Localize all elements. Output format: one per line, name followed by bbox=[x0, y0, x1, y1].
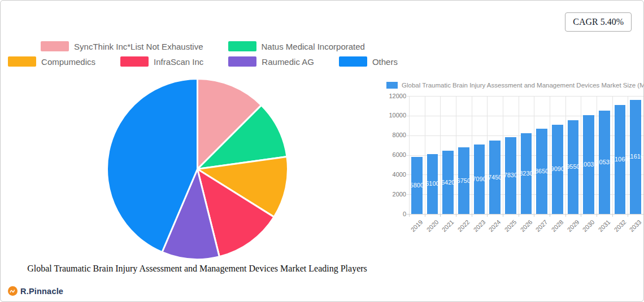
x-tick-label: 2022 bbox=[456, 218, 471, 233]
legend-row: SyncThink Inc*List Not ExhaustiveNatus M… bbox=[12, 41, 394, 51]
x-axis-tick bbox=[409, 214, 410, 217]
gridline-vertical bbox=[581, 96, 581, 214]
legend-label: SyncThink Inc*List Not Exhaustive bbox=[74, 42, 203, 51]
x-axis-tick bbox=[581, 214, 581, 217]
bar-plot-area[interactable]: 5800610064206750709074507830823086509090… bbox=[409, 96, 643, 214]
bar[interactable] bbox=[521, 133, 532, 214]
legend-label: InfraScan Inc bbox=[154, 57, 203, 67]
legend-label: Natus Medical Incorporated bbox=[262, 42, 365, 51]
x-axis-tick bbox=[425, 214, 425, 217]
legend-swatch bbox=[228, 56, 256, 67]
legend-label: Others bbox=[372, 57, 398, 67]
gridline-vertical bbox=[487, 96, 488, 214]
bar[interactable] bbox=[442, 151, 454, 214]
x-axis-tick bbox=[565, 214, 566, 217]
legend-item[interactable]: SyncThink Inc*List Not Exhaustive bbox=[41, 41, 203, 51]
gridline-vertical bbox=[472, 96, 472, 214]
x-axis-tick bbox=[487, 214, 488, 217]
gridline-vertical bbox=[550, 96, 550, 214]
x-tick-label: 2021 bbox=[441, 218, 455, 233]
x-axis-tick bbox=[519, 214, 519, 217]
legend-item[interactable]: Compumedics bbox=[8, 56, 95, 67]
gridline-horizontal bbox=[406, 96, 643, 97]
bar[interactable] bbox=[536, 129, 547, 214]
gridline-vertical bbox=[425, 96, 425, 214]
x-axis-tick bbox=[456, 214, 456, 217]
x-tick-label: 2030 bbox=[581, 218, 596, 233]
y-tick-label: 2000 bbox=[382, 191, 406, 198]
legend-row: CompumedicsInfraScan IncRaumedic AGOther… bbox=[12, 56, 394, 67]
bar[interactable] bbox=[427, 154, 438, 214]
y-tick-label: 6000 bbox=[382, 151, 406, 158]
bar[interactable] bbox=[474, 145, 485, 215]
legend-item[interactable]: Natus Medical Incorporated bbox=[228, 41, 365, 51]
y-tick-label: 8000 bbox=[382, 132, 406, 138]
x-tick-label: 2020 bbox=[425, 218, 440, 233]
legend-swatch bbox=[228, 41, 256, 51]
legend-item[interactable]: Others bbox=[339, 56, 398, 67]
legend-swatch bbox=[339, 56, 367, 67]
gridline-vertical bbox=[503, 96, 503, 214]
x-axis-tick bbox=[628, 214, 628, 217]
r-pinnacle-logo-icon bbox=[8, 286, 18, 296]
x-tick-label: 2033 bbox=[628, 218, 643, 233]
x-tick-label: 2024 bbox=[488, 218, 502, 233]
legend-label: Compumedics bbox=[41, 57, 95, 67]
bar[interactable] bbox=[489, 141, 501, 214]
y-tick-label: 4000 bbox=[382, 171, 406, 178]
bar[interactable] bbox=[411, 157, 423, 214]
report-card: CAGR 5.40% SyncThink Inc*List Not Exhaus… bbox=[0, 0, 644, 302]
bar-chart[interactable]: Global Traumatic Brain Injury Assessment… bbox=[382, 82, 644, 243]
gridline-vertical bbox=[534, 96, 534, 214]
y-tick-label: 0 bbox=[382, 211, 406, 217]
y-axis: 020004000600080001000012000 bbox=[382, 82, 406, 217]
bar[interactable] bbox=[630, 100, 641, 214]
x-tick-label: 2031 bbox=[597, 218, 611, 233]
bar[interactable] bbox=[583, 115, 594, 214]
gridline-vertical bbox=[597, 96, 597, 214]
x-tick-label: 2023 bbox=[472, 218, 486, 233]
legend-item[interactable]: InfraScan Inc bbox=[120, 56, 203, 67]
bar[interactable] bbox=[615, 105, 626, 214]
legend-swatch bbox=[8, 56, 36, 67]
gridline-vertical bbox=[565, 96, 566, 214]
y-tick-label: 10000 bbox=[382, 112, 406, 119]
gridline-vertical bbox=[409, 96, 410, 214]
x-tick-label: 2029 bbox=[565, 218, 580, 233]
legend-swatch bbox=[120, 56, 149, 67]
bar[interactable] bbox=[568, 120, 579, 214]
x-tick-label: 2028 bbox=[550, 218, 564, 233]
legend-swatch bbox=[41, 41, 69, 51]
bar[interactable] bbox=[505, 137, 516, 214]
x-axis-tick bbox=[472, 214, 472, 217]
x-axis-tick bbox=[503, 214, 503, 217]
x-tick-label: 2026 bbox=[519, 218, 533, 233]
gridline-vertical bbox=[519, 96, 519, 214]
gridline-horizontal bbox=[406, 214, 643, 215]
gridline-vertical bbox=[440, 96, 441, 214]
pie-chart[interactable] bbox=[106, 77, 289, 261]
pie-legend: SyncThink Inc*List Not ExhaustiveNatus M… bbox=[12, 41, 394, 67]
gridline-vertical bbox=[628, 96, 628, 214]
gridline-vertical bbox=[612, 96, 613, 214]
bar[interactable] bbox=[458, 147, 469, 214]
x-axis-tick bbox=[612, 214, 613, 217]
bar[interactable] bbox=[552, 125, 563, 214]
legend-label: Raumedic AG bbox=[262, 57, 314, 67]
brand-name: R.Pinnacle bbox=[20, 287, 63, 296]
gridline-vertical bbox=[456, 96, 456, 214]
x-axis-tick bbox=[440, 214, 441, 217]
legend-item[interactable]: Raumedic AG bbox=[228, 56, 314, 67]
bar-legend-label: Global Traumatic Brain Injury Assessment… bbox=[402, 82, 644, 89]
x-tick-label: 2025 bbox=[503, 218, 517, 233]
x-axis-tick bbox=[534, 214, 534, 217]
cagr-badge: CAGR 5.40% bbox=[565, 12, 632, 32]
x-tick-label: 2032 bbox=[612, 218, 627, 233]
x-axis-tick bbox=[550, 214, 550, 217]
bar-chart-legend[interactable]: Global Traumatic Brain Injury Assessment… bbox=[386, 82, 644, 89]
x-tick-label: 2019 bbox=[409, 218, 424, 233]
y-tick-label: 12000 bbox=[382, 93, 406, 99]
brand-footer: R.Pinnacle bbox=[8, 286, 63, 296]
x-tick-label: 2027 bbox=[534, 218, 549, 233]
bar[interactable] bbox=[599, 111, 610, 215]
